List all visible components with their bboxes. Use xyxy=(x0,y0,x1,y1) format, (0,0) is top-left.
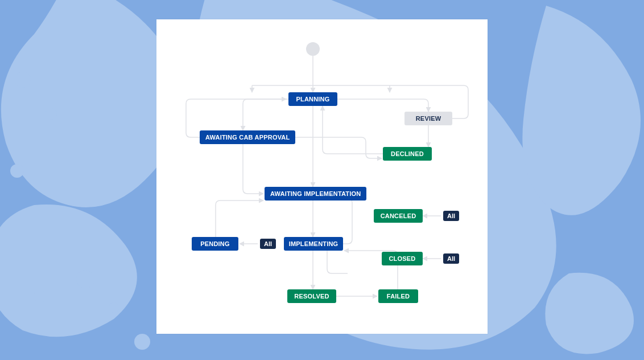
node-label: AWAITING CAB APPROVAL xyxy=(205,134,290,141)
badge-label: All xyxy=(447,255,455,262)
workflow-arrows xyxy=(156,19,488,334)
node-label: IMPLEMENTING xyxy=(289,240,338,247)
svg-point-1 xyxy=(15,72,31,88)
node-awaiting-implementation[interactable]: AWAITING IMPLEMENTATION xyxy=(265,187,366,201)
workflow-start[interactable] xyxy=(306,42,320,56)
svg-point-2 xyxy=(46,108,57,120)
node-pending[interactable]: PENDING xyxy=(192,237,238,251)
badge-canceled-all[interactable]: All xyxy=(443,211,459,221)
workflow-diagram: PLANNING REVIEW AWAITING CAB APPROVAL DE… xyxy=(156,19,488,334)
node-canceled[interactable]: CANCELED xyxy=(374,209,423,223)
node-planning[interactable]: PLANNING xyxy=(288,92,337,106)
node-label: PLANNING xyxy=(296,96,329,103)
badge-label: All xyxy=(447,212,455,219)
node-label: PENDING xyxy=(200,240,230,247)
node-label: DECLINED xyxy=(391,150,424,157)
node-closed[interactable]: CLOSED xyxy=(382,252,423,265)
node-awaiting-cab-approval[interactable]: AWAITING CAB APPROVAL xyxy=(200,130,295,144)
node-failed[interactable]: FAILED xyxy=(378,289,418,303)
svg-point-5 xyxy=(109,302,119,313)
node-resolved[interactable]: RESOLVED xyxy=(287,289,336,303)
svg-point-6 xyxy=(34,290,46,302)
node-implementing[interactable]: IMPLEMENTING xyxy=(284,237,343,251)
badge-closed-all[interactable]: All xyxy=(443,253,459,264)
node-label: RESOLVED xyxy=(294,293,329,300)
badge-pending-all[interactable]: All xyxy=(260,239,276,249)
svg-point-7 xyxy=(134,334,150,350)
node-label: CANCELED xyxy=(381,212,416,219)
node-declined[interactable]: DECLINED xyxy=(383,147,432,161)
node-label: REVIEW xyxy=(416,115,441,122)
node-review[interactable]: REVIEW xyxy=(404,112,452,125)
svg-point-3 xyxy=(10,164,24,178)
badge-label: All xyxy=(264,240,272,247)
node-label: AWAITING IMPLEMENTATION xyxy=(270,190,361,197)
node-label: CLOSED xyxy=(389,255,415,262)
node-label: FAILED xyxy=(387,293,410,300)
svg-point-4 xyxy=(76,270,94,288)
